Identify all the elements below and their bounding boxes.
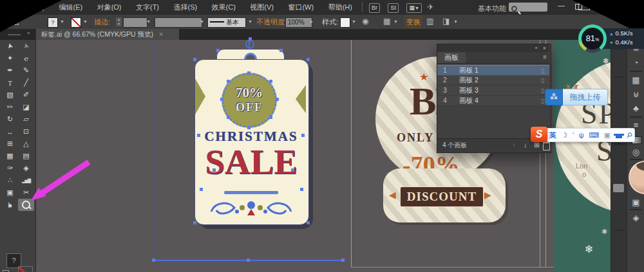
lasso-tool[interactable]: ℮ [18, 52, 34, 64]
color-guide-icon[interactable]: ◔ [627, 58, 644, 68]
menu-object[interactable]: 对象(O) [91, 0, 128, 15]
width-tool[interactable]: ↔ [2, 125, 18, 138]
artboard-row-icon[interactable]: ▯ [541, 86, 544, 96]
menu-effect[interactable]: 效果(C) [206, 0, 242, 15]
artboard-row[interactable]: 3画板 3▯ [437, 86, 549, 96]
menu-type[interactable]: 文字(T) [130, 0, 165, 15]
artboard-row-icon[interactable]: ▯ [541, 96, 544, 106]
isolate-icon[interactable]: ◨ [442, 17, 450, 26]
menu-select[interactable]: 选择(S) [167, 0, 203, 15]
paintbrush-tool[interactable]: ✐ [18, 89, 34, 101]
eyedropper-tool[interactable]: ✑ [2, 162, 18, 174]
artboard-row-icon[interactable]: ▯ [541, 66, 544, 76]
line-segment-tool[interactable]: ╱ [18, 77, 34, 89]
selection-tool[interactable]: ➤ [2, 40, 18, 52]
arrange-documents-icon[interactable]: ▦▼ [406, 3, 421, 13]
stock-button[interactable]: St [388, 3, 399, 13]
curvature-tool[interactable]: ✎ [18, 64, 34, 77]
eraser-tool[interactable]: ◪ [18, 101, 34, 113]
hand-tool[interactable]: ☛ [2, 199, 18, 211]
perspective-grid-tool[interactable]: △ [18, 138, 34, 150]
download-speed: 0.4K/s [616, 39, 633, 46]
drag-upload-button[interactable]: ⁂ 拖拽上传 [545, 89, 608, 105]
opacity-label[interactable]: 不透明度: [256, 15, 287, 29]
pencil-tool[interactable]: ✏ [2, 101, 18, 113]
skin-icon[interactable] [616, 134, 622, 138]
layers-icon[interactable]: ◈ [627, 213, 644, 222]
artboards-dock-icon[interactable]: ▣ [627, 197, 644, 207]
slice-tool[interactable]: ✂ [18, 186, 34, 199]
ime-toolbar[interactable]: 英 ☽ ’ ψ ⌨ ▣ ⚲ [546, 128, 635, 142]
artboard-tool[interactable]: ▣ [2, 186, 18, 199]
gradient-tool[interactable]: ▤ [18, 150, 34, 162]
pen-tool[interactable]: ✒ [2, 64, 18, 77]
menu-view[interactable]: 视图(V) [244, 0, 279, 15]
zoom-tool[interactable] [18, 199, 34, 211]
christmas-tag-artwork[interactable]: 70% OFF CHRISTMAS SALE [187, 39, 316, 231]
artboard-row[interactable]: 1画板 1▯ [437, 65, 549, 76]
symbols-icon[interactable]: ♣ [627, 104, 644, 113]
ime-logo[interactable]: S [531, 127, 547, 142]
clipboard-icon[interactable]: ▣ [604, 131, 611, 140]
panel-close-icon[interactable]: × [543, 45, 546, 51]
ime-lang-toggle[interactable]: 英 [549, 131, 556, 140]
badge-off: OFF [223, 101, 275, 114]
artboard-row-icon[interactable]: ▯ [541, 76, 544, 86]
sale-card-artwork[interactable]: ❄ ❄ M SP S Lon o ❄ ❄ [554, 40, 611, 272]
blend-tool[interactable]: ◈ [18, 162, 34, 174]
move-up-icon[interactable]: ↑ [512, 141, 516, 149]
rectangle-tool[interactable]: ▧ [2, 89, 18, 101]
mesh-tool[interactable]: ▦ [2, 150, 18, 162]
selection-box-left [155, 40, 155, 260]
opacity-value[interactable]: 100% [285, 17, 312, 28]
tag-small-text [224, 191, 278, 194]
moon-icon[interactable]: ☽ [561, 131, 567, 140]
magic-wand-tool[interactable]: ✦ [2, 52, 18, 64]
punctuation-icon[interactable]: ’ [573, 131, 574, 139]
transform-link[interactable]: 变换 [404, 15, 422, 29]
symbol-sprayer-tool[interactable]: ∴ [2, 174, 18, 186]
microphone-icon[interactable]: ψ [579, 131, 584, 139]
shape-builder-tool[interactable]: ⊞ [2, 138, 18, 150]
align-icon[interactable]: ▦ [383, 17, 390, 26]
panel-tab[interactable]: 画板 [437, 52, 466, 63]
column-graph-tool[interactable]: ▂▅▇ [18, 174, 34, 186]
free-transform-tool[interactable]: ⊡ [18, 125, 34, 138]
brush-definition[interactable]: 基本 [207, 17, 246, 28]
panel-collapse-icon[interactable]: « [535, 45, 538, 51]
menu-help[interactable]: 帮助(H) [323, 0, 358, 15]
stroke-color-swatch[interactable] [71, 17, 81, 28]
move-down-icon[interactable]: ↓ [524, 141, 527, 149]
dock-scrollbar-thumb[interactable] [613, 184, 624, 192]
document-setup-icon[interactable]: ◉ [362, 17, 368, 26]
artboard-row[interactable]: 2画板 2▯ [437, 75, 549, 86]
swatches-icon[interactable]: ▦ [627, 75, 644, 85]
keyboard-icon[interactable]: ⌨ [589, 131, 599, 140]
menu-window[interactable]: 窗口(W) [282, 0, 319, 15]
delete-artboard-icon[interactable] [543, 142, 550, 150]
share-icon[interactable]: ✈ [427, 3, 433, 12]
bridge-button[interactable]: Br [369, 3, 380, 13]
tools-drag-bar[interactable] [8, 34, 21, 35]
brushes-icon[interactable]: ⊎ [627, 89, 644, 99]
transparency-icon[interactable]: ◎ [627, 147, 644, 157]
artboard-row[interactable]: 4画板 4▯ [437, 96, 549, 106]
wrench-icon[interactable]: ⚲ [625, 131, 634, 140]
scale-tool[interactable]: ▱ [18, 113, 34, 125]
variable-width-profile[interactable] [155, 17, 202, 28]
panel-menu-icon[interactable]: ≡ [543, 53, 547, 60]
snowflake-icon: ❄ [585, 243, 593, 255]
stroke-weight-stepper[interactable]: ▲▼ [116, 17, 122, 26]
type-tool[interactable]: T [2, 77, 18, 89]
stroke-weight-label[interactable]: 描边: [94, 15, 110, 29]
rotate-tool[interactable]: ↻ [2, 113, 18, 125]
bounding-box-icon[interactable]: ▥ [426, 17, 433, 26]
discount-text: DISCOUNT [407, 190, 477, 203]
minimize-button[interactable]: — [558, 1, 565, 9]
style-swatch[interactable] [340, 17, 350, 28]
stroke-weight-value[interactable] [123, 17, 147, 28]
direct-selection-tool[interactable]: ➤ [18, 40, 34, 52]
tab-close-icon[interactable]: × [159, 30, 163, 38]
search-input[interactable] [509, 3, 547, 12]
stroke-swatch[interactable] [18, 266, 33, 272]
